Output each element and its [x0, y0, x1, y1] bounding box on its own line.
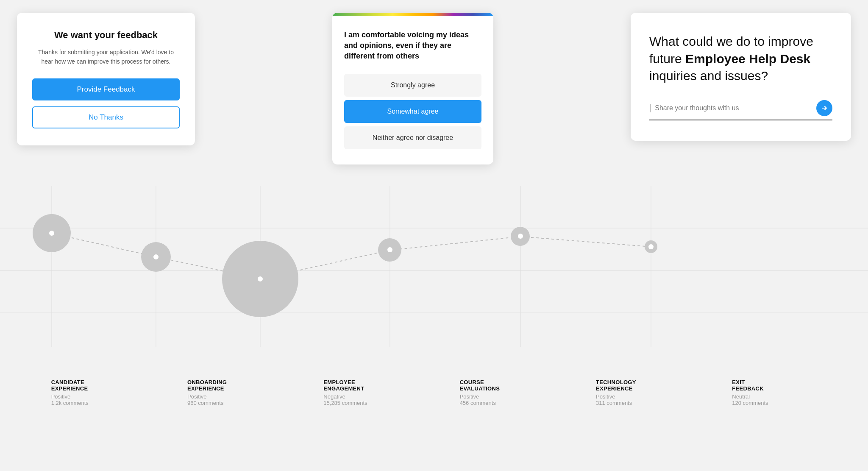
bubble-course[interactable] [378, 238, 401, 262]
label-candidate: CANDIDATEEXPERIENCE Positive 1.2k commen… [51, 379, 136, 406]
label-exit: EXITFEEDBACK Neutral 120 comments [732, 379, 817, 406]
page-wrapper: We want your feedback Thanks for submitt… [0, 0, 868, 471]
label-technology: TECHNOLOGYEXPERIENCE Positive 311 commen… [596, 379, 681, 406]
survey-card: I am comfortable voicing my ideas and op… [332, 13, 493, 164]
cards-row: We want your feedback Thanks for submitt… [0, 0, 868, 177]
bubble-exit[interactable] [645, 240, 657, 253]
feedback-title: We want your feedback [32, 30, 180, 41]
feedback-text-input[interactable] [655, 104, 816, 112]
bubble-dot-employee [258, 276, 263, 281]
bubble-onboarding[interactable] [141, 242, 171, 272]
label-employee-sentiment: Negative [323, 393, 408, 400]
survey-gradient-bar [332, 13, 493, 16]
chart-svg [0, 186, 868, 355]
label-onboarding-comments: 960 comments [187, 400, 272, 406]
label-technology-comments: 311 comments [596, 400, 681, 406]
provide-feedback-button[interactable]: Provide Feedback [32, 78, 180, 100]
label-course-title: COURSEEVALUATIONS [460, 379, 545, 392]
label-employee-comments: 15,285 comments [323, 400, 408, 406]
label-candidate-title: CANDIDATEEXPERIENCE [51, 379, 136, 392]
label-onboarding-sentiment: Positive [187, 393, 272, 400]
bubble-dot-technology [518, 234, 523, 239]
bubble-candidate[interactable] [33, 214, 71, 252]
label-exit-comments: 120 comments [732, 400, 817, 406]
arrow-right-icon [821, 105, 828, 111]
chart-area: CANDIDATEEXPERIENCE Positive 1.2k commen… [0, 186, 868, 406]
no-thanks-button[interactable]: No Thanks [32, 106, 180, 128]
label-employee-title: EMPLOYEEENGAGEMENT [323, 379, 408, 392]
label-technology-title: TECHNOLOGYEXPERIENCE [596, 379, 681, 392]
bubble-dot-candidate [49, 231, 54, 236]
label-candidate-sentiment: Positive [51, 393, 136, 400]
feedback-card: We want your feedback Thanks for submitt… [17, 13, 195, 145]
heading-end: inquiries and issues? [649, 69, 768, 83]
open-feedback-card: What could we do to improve future Emplo… [631, 13, 851, 141]
label-candidate-comments: 1.2k comments [51, 400, 136, 406]
survey-inner: I am comfortable voicing my ideas and op… [332, 16, 493, 164]
label-course: COURSEEVALUATIONS Positive 456 comments [460, 379, 545, 406]
label-exit-title: EXITFEEDBACK [732, 379, 817, 392]
label-onboarding: ONBOARDINGEXPERIENCE Positive 960 commen… [187, 379, 272, 406]
label-exit-sentiment: Neutral [732, 393, 817, 400]
bubble-dot-course [387, 247, 392, 252]
survey-question: I am comfortable voicing my ideas and op… [344, 30, 481, 62]
label-course-comments: 456 comments [460, 400, 545, 406]
label-onboarding-title: ONBOARDINGEXPERIENCE [187, 379, 272, 392]
heading-bold: Employee Help Desk [685, 52, 810, 66]
labels-row: CANDIDATEEXPERIENCE Positive 1.2k commen… [0, 379, 868, 406]
survey-option-somewhat-agree[interactable]: Somewhat agree [344, 100, 481, 123]
feedback-input-row: | [649, 100, 832, 120]
feedback-description: Thanks for submitting your application. … [32, 47, 180, 67]
bubble-technology[interactable] [511, 227, 530, 246]
input-pipe-icon: | [649, 103, 651, 113]
label-employee: EMPLOYEEENGAGEMENT Negative 15,285 comme… [323, 379, 408, 406]
bubble-dot-onboarding [153, 254, 159, 259]
bubble-employee[interactable] [222, 241, 298, 317]
label-course-sentiment: Positive [460, 393, 545, 400]
open-feedback-heading: What could we do to improve future Emplo… [649, 33, 832, 85]
survey-option-strongly-agree[interactable]: Strongly agree [344, 74, 481, 97]
label-technology-sentiment: Positive [596, 393, 681, 400]
survey-option-neither[interactable]: Neither agree nor disagree [344, 126, 481, 149]
bubble-dot-exit [648, 244, 654, 249]
submit-feedback-button[interactable] [816, 100, 832, 116]
